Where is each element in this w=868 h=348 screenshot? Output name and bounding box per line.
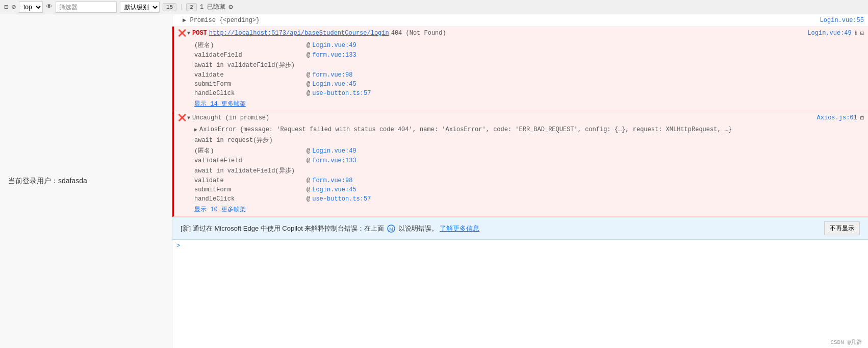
copilot-icon: M bbox=[387, 225, 395, 233]
warning-count: 2 bbox=[186, 3, 197, 11]
stack-row: (匿名) @ Login.vue:49 bbox=[174, 145, 868, 156]
stack-row: (匿名) @ Login.vue:49 bbox=[174, 40, 868, 51]
stack-link[interactable]: Login.vue:49 bbox=[312, 42, 356, 49]
prompt-arrow: > bbox=[176, 242, 180, 250]
stack-row: handleClick @ use-button.ts:57 bbox=[174, 89, 868, 98]
info-banner: [新] 通过在 Microsoft Edge 中使用 Copilot 来解释控制… bbox=[172, 217, 868, 240]
separator: | bbox=[180, 4, 183, 11]
stack-row: validateField @ form.vue:133 bbox=[174, 156, 868, 165]
axios-error-row: ▶ AxiosError {message: 'Request failed w… bbox=[174, 125, 868, 135]
stack-row: submitForm @ Login.vue:45 bbox=[174, 80, 868, 89]
stack-link[interactable]: form.vue:133 bbox=[312, 157, 356, 164]
uncaught-label: Uncaught (in promise) bbox=[192, 114, 269, 121]
error-header-2: ❌ ▼ Uncaught (in promise) Axios.js:61 ⊡ bbox=[174, 111, 868, 125]
bottom-bar: CSDN @几辟 bbox=[824, 336, 868, 348]
copy-icon-1[interactable]: ⊡ bbox=[860, 30, 864, 37]
copy-icon-2[interactable]: ⊡ bbox=[860, 114, 864, 122]
axios-error-text: AxiosError {message: 'Request failed wit… bbox=[199, 126, 732, 133]
error-icon-2: ❌ bbox=[178, 114, 185, 122]
console-panel: ▶ Promise {<pending>} Login.vue:55 ❌ ▼ P… bbox=[172, 14, 868, 348]
info-icon-1[interactable]: ℹ bbox=[855, 30, 857, 37]
left-panel: 当前登录用户：sdafasda bbox=[0, 14, 172, 348]
hidden-count: 1 已隐藏 bbox=[200, 3, 225, 11]
expand-arrow[interactable]: ▶ bbox=[183, 17, 186, 24]
source-dropdown[interactable]: top bbox=[19, 2, 43, 13]
stack-link[interactable]: Login.vue:49 bbox=[312, 147, 356, 155]
devtools-toolbar: ⊟ ⊘ top 👁 默认级别 15 | 2 1 已隐藏 ⚙ bbox=[0, 0, 868, 14]
current-user-label: 当前登录用户：sdafasda bbox=[8, 177, 87, 186]
settings-icon[interactable]: ⚙ bbox=[228, 3, 233, 11]
stack-link[interactable]: form.vue:133 bbox=[312, 52, 356, 59]
learn-more-link[interactable]: 了解更多信息 bbox=[440, 225, 479, 232]
status-text-1: 404 (Not Found) bbox=[391, 30, 446, 37]
expand-arrow-2[interactable]: ▼ bbox=[187, 115, 190, 121]
main-area: 当前登录用户：sdafasda ▶ Promise {<pending>} Lo… bbox=[0, 14, 868, 348]
stack-link[interactable]: form.vue:98 bbox=[312, 71, 352, 79]
stack-link[interactable]: Login.vue:45 bbox=[312, 186, 356, 193]
filter-input[interactable] bbox=[56, 2, 117, 13]
stack-plain: await in validateField(异步) bbox=[174, 165, 868, 176]
error-header-1: ❌ ▼ POST http://localhost:5173/api/baseS… bbox=[174, 27, 868, 40]
level-dropdown[interactable]: 默认级别 bbox=[120, 2, 160, 13]
stack-plain: await in request(异步) bbox=[174, 135, 868, 145]
clear-icon[interactable]: ⊘ bbox=[11, 3, 15, 11]
promise-source-link[interactable]: Login.vue:55 bbox=[820, 17, 864, 24]
error-block-1: ❌ ▼ POST http://localhost:5173/api/baseS… bbox=[172, 27, 868, 111]
stack-link[interactable]: use-button.ts:57 bbox=[312, 195, 371, 203]
error-count: 15 bbox=[163, 3, 176, 11]
show-more-link-2[interactable]: 显示 10 更多帧架 bbox=[174, 204, 868, 216]
error-block-2: ❌ ▼ Uncaught (in promise) Axios.js:61 ⊡ … bbox=[172, 111, 868, 217]
error-icon-1: ❌ bbox=[178, 29, 185, 37]
expand-arrow-1[interactable]: ▼ bbox=[187, 31, 190, 36]
stack-row: handleClick @ use-button.ts:57 bbox=[174, 194, 868, 204]
svg-text:M: M bbox=[389, 227, 393, 232]
promise-row: ▶ Promise {<pending>} Login.vue:55 bbox=[172, 14, 868, 27]
error-source-2[interactable]: Axios.js:61 bbox=[817, 114, 857, 121]
banner-text: [新] 通过在 Microsoft Edge 中使用 Copilot 来解释控制… bbox=[181, 224, 820, 233]
method-label-1: POST bbox=[192, 30, 207, 37]
stack-link[interactable]: use-button.ts:57 bbox=[312, 90, 371, 97]
promise-text: ▶ Promise {<pending>} bbox=[183, 16, 260, 24]
error-url-1[interactable]: http://localhost:5173/api/baseStudentCou… bbox=[209, 30, 389, 37]
attribution-text: CSDN @几辟 bbox=[830, 339, 862, 345]
stack-plain: await in validateField(异步) bbox=[174, 60, 868, 70]
stack-row: validate @ form.vue:98 bbox=[174, 70, 868, 80]
stack-row: submitForm @ Login.vue:45 bbox=[174, 185, 868, 194]
stack-link[interactable]: Login.vue:45 bbox=[312, 81, 356, 88]
show-more-link-1[interactable]: 显示 14 更多帧架 bbox=[174, 98, 868, 111]
dismiss-button[interactable]: 不再显示 bbox=[824, 221, 860, 235]
page-icon: ⊟ bbox=[4, 3, 8, 11]
error-source-1[interactable]: Login.vue:49 bbox=[807, 30, 851, 37]
stack-row: validate @ form.vue:98 bbox=[174, 176, 868, 185]
stack-link[interactable]: form.vue:98 bbox=[312, 177, 352, 184]
stack-row: validateField @ form.vue:133 bbox=[174, 51, 868, 60]
eye-icon[interactable]: 👁 bbox=[46, 3, 53, 11]
prompt-row[interactable]: > bbox=[172, 240, 868, 252]
